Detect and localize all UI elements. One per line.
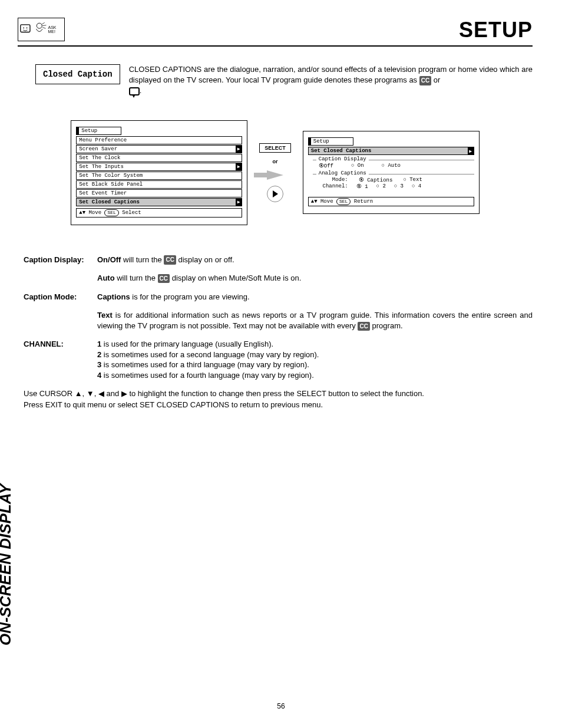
- menu-item-set-closed-captions[interactable]: Set Closed Captions▶: [76, 198, 242, 206]
- cc-icon: CC: [164, 255, 176, 265]
- radio-on[interactable]: ○ On: [351, 163, 364, 169]
- setup-menu-screen: Setup Menu Preference Screen Saver▶ Set …: [71, 120, 247, 225]
- radio-ch3[interactable]: ○ 3: [394, 183, 404, 190]
- channel-label: Channel:: [319, 183, 348, 190]
- radio-label: 3: [401, 183, 404, 189]
- radio-ch4[interactable]: ○ 4: [412, 183, 421, 190]
- lead-onoff: On/Off: [97, 255, 121, 264]
- text: is for additional information such as ne…: [97, 311, 533, 330]
- menu-item[interactable]: Screen Saver▶: [76, 145, 242, 153]
- menu-item-label: Set The Inputs: [79, 164, 124, 170]
- menu-item-set-closed-captions[interactable]: Set Closed Captions▶: [308, 147, 474, 155]
- def-body-captions: Captions is for the program you are view…: [97, 292, 533, 302]
- hint-bar: ▲▼ Move SEL Select: [76, 208, 242, 218]
- radio-text[interactable]: ○ Text: [403, 177, 422, 183]
- radio-label: Text: [409, 177, 422, 183]
- text: display on when Mute/Soft Mute is on.: [172, 274, 302, 282]
- svg-point-3: [37, 23, 42, 28]
- def-label-blank: [24, 273, 97, 284]
- def-body-channel: 1 is used for the primary language (usua…: [97, 339, 533, 380]
- menu-item-label: Screen Saver: [79, 146, 117, 152]
- radio-label: On: [358, 163, 364, 169]
- radio-ch2[interactable]: ○ 2: [376, 183, 386, 190]
- svg-point-1: [23, 27, 24, 28]
- hint-move: Move: [320, 199, 333, 205]
- lead-auto: Auto: [97, 274, 115, 282]
- radio-label: Off: [324, 163, 333, 169]
- menu-item-label: Set Closed Captions: [79, 199, 140, 205]
- select-button-label: SELECT: [259, 143, 291, 153]
- def-body-text-mode: Text is for additional information such …: [97, 310, 533, 331]
- hint-bar: ▲▼ Move SEL Return: [308, 197, 474, 206]
- def-label-caption-mode: Caption Mode:: [24, 292, 97, 302]
- text: will turn the: [115, 274, 158, 282]
- radio-captions[interactable]: ⦿ Captions: [359, 177, 393, 183]
- speech-balloon-icon: [129, 87, 140, 95]
- logo-text: ASK ME!: [48, 25, 63, 34]
- lead-text: Text: [97, 311, 113, 319]
- or-label: or: [272, 159, 277, 164]
- cc-icon: CC: [158, 274, 170, 284]
- def-label-caption-display: Caption Display:: [24, 255, 97, 265]
- svg-point-2: [27, 27, 28, 28]
- submenu-arrow-icon: ▶: [236, 146, 242, 153]
- radio-auto[interactable]: ○ Auto: [382, 163, 401, 169]
- radio-label: 1: [365, 184, 368, 190]
- play-button-icon: [267, 186, 283, 202]
- intro-or: or: [434, 75, 441, 84]
- group-legend: Caption Display: [316, 156, 369, 162]
- text: program.: [372, 321, 403, 330]
- def-body-caption-display: On/Off will turn the CC display on or of…: [97, 255, 533, 265]
- menu-item[interactable]: Set The Inputs▶: [76, 163, 242, 171]
- page-number: 56: [277, 702, 285, 710]
- menu-item[interactable]: Set Event Timer: [76, 189, 242, 197]
- text: will turn the: [121, 255, 164, 264]
- group-legend: Analog Captions: [316, 170, 369, 176]
- menu-item[interactable]: Set The Color System: [76, 172, 242, 180]
- analog-captions-group: Analog Captions Mode: ⦿ Captions ○ Text …: [313, 174, 474, 190]
- screen-tab-setup: Setup: [308, 137, 353, 146]
- submenu-arrow-icon: ▶: [236, 163, 242, 170]
- screen-tab-setup: Setup: [76, 127, 121, 135]
- arrow-right-icon: [267, 170, 283, 180]
- hint-select: Select: [122, 210, 141, 216]
- menu-item[interactable]: Set The Clock: [76, 154, 242, 162]
- sel-button-icon: SEL: [336, 198, 351, 205]
- text: is sometimes used for a third language (…: [101, 360, 309, 369]
- radio-off[interactable]: ⦿Off: [319, 163, 333, 169]
- menu-item-label: Set Closed Captions: [311, 148, 372, 154]
- def-body-auto: Auto will turn the CC display on when Mu…: [97, 273, 533, 284]
- hint-return: Return: [354, 199, 373, 205]
- header-rule: [18, 45, 533, 47]
- text: is sometimes used for a second language …: [101, 350, 319, 359]
- sel-button-icon: SEL: [104, 209, 118, 216]
- text: is used for the primary language (usuall…: [101, 340, 273, 348]
- caption-display-group: Caption Display ⦿Off ○ On ○ Auto: [313, 160, 474, 169]
- radio-label: 4: [418, 183, 421, 189]
- lead-captions: Captions: [97, 292, 130, 301]
- def-label-channel: CHANNEL:: [24, 339, 97, 380]
- submenu-arrow-icon: ▶: [236, 199, 242, 206]
- closed-caption-heading: Closed Caption: [35, 64, 120, 84]
- side-tab-label: ON-SCREEN DISPLAY: [0, 484, 15, 645]
- radio-label: Auto: [388, 163, 401, 169]
- intro-paragraph: CLOSED CAPTIONS are the dialogue, narrat…: [129, 64, 533, 97]
- ask-me-logo: ASK ME!: [18, 18, 65, 41]
- mode-label: Mode:: [319, 177, 348, 183]
- radio-ch1[interactable]: ⦿ 1: [356, 183, 368, 190]
- cc-icon: CC: [419, 76, 431, 85]
- cc-icon: CC: [358, 322, 369, 331]
- intro-text-1: CLOSED CAPTIONS are the dialogue, narrat…: [129, 65, 533, 84]
- intro-period: .: [140, 86, 142, 95]
- closed-captions-settings-screen: Setup Set Closed Captions▶ Caption Displ…: [303, 131, 480, 214]
- menu-item[interactable]: Menu Preference: [76, 136, 242, 144]
- text: display on or off.: [178, 255, 234, 264]
- hint-move: Move: [88, 210, 101, 216]
- menu-item[interactable]: Set Black Side Panel: [76, 180, 242, 189]
- footnote: Use CURSOR ▲, ▼, ◀ and ▶ to highlight th…: [24, 388, 533, 410]
- page-title: SETUP: [459, 18, 533, 42]
- text: is for the program you are viewing.: [130, 292, 250, 301]
- def-label-blank: [24, 310, 97, 331]
- radio-label: 2: [382, 183, 385, 189]
- text: is sometimes used for a fourth language …: [101, 371, 314, 380]
